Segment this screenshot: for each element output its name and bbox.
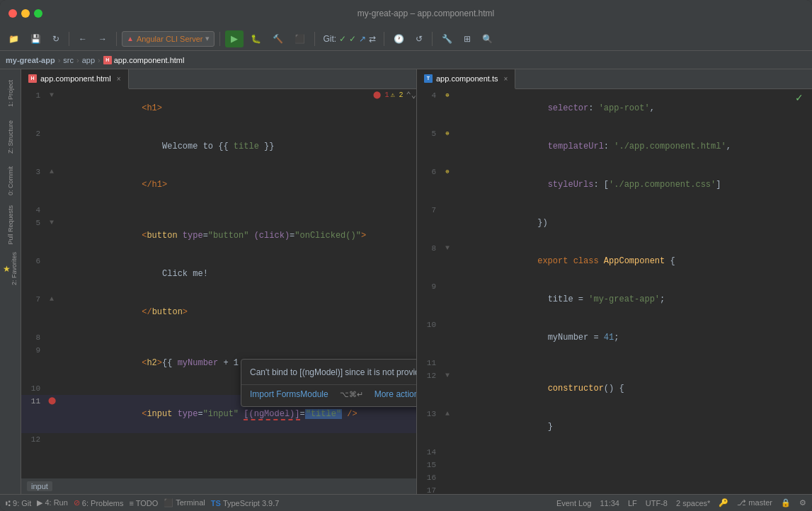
- statusbar-lf[interactable]: LF: [628, 499, 637, 507]
- sidebar-item-pullrequests[interactable]: Pull Requests: [1, 204, 21, 246]
- action1-shortcut: ⌥⌘↵: [340, 390, 363, 399]
- toolbar: 📁 💾 ↻ ← → ▲ Angular CLI Server ▾ ▶ 🐛 🔨 ⬛…: [0, 27, 812, 51]
- ts-icon: TS: [211, 499, 221, 507]
- stop-button[interactable]: ⬛: [290, 30, 309, 47]
- statusbar-typescript[interactable]: TS TypeScript 3.9.7: [211, 499, 280, 507]
- statusbar-encoding[interactable]: UTF-8: [646, 499, 668, 507]
- right-code-area[interactable]: ✓ 4 ⊕ selector: 'app-root', 5: [417, 89, 812, 494]
- error-badge-1: ⬤ 1: [373, 89, 389, 127]
- sidebar-item-project[interactable]: 1: Project: [1, 72, 21, 115]
- revert-button[interactable]: ↺: [411, 30, 427, 47]
- fold-3: ▲: [46, 166, 57, 204]
- sidebar-item-structure[interactable]: Z: Structure: [1, 116, 21, 159]
- folder-icon[interactable]: 📁: [4, 30, 23, 47]
- statusbar-problems[interactable]: ⊘ 6: Problems: [74, 498, 124, 507]
- more-actions-link[interactable]: More actions...: [374, 389, 416, 399]
- left-editor-pane: 1 ▼ <h1> ⬤ 1 ⚠ 2 ⌃⌄ 2: [21, 89, 416, 494]
- statusbar-lock[interactable]: 🔒: [781, 498, 791, 507]
- statusbar-branch[interactable]: ⎇ master: [737, 498, 772, 507]
- sidebar-item-commit[interactable]: 0: Commit: [1, 160, 21, 202]
- tab-ts[interactable]: T app.component.ts ×: [417, 69, 515, 89]
- separator4: [314, 32, 315, 46]
- line-icon-2: [46, 127, 57, 166]
- minimize-button[interactable]: [21, 9, 30, 18]
- maximize-button[interactable]: [34, 9, 42, 18]
- left-pane-bottom: input: [21, 478, 416, 494]
- split-editors: 1 ▼ <h1> ⬤ 1 ⚠ 2 ⌃⌄ 2: [21, 89, 812, 494]
- git-check1: ✓: [339, 34, 346, 44]
- breadcrumb-app[interactable]: app: [82, 56, 95, 64]
- statusbar-run[interactable]: ▶ 4: Run: [37, 498, 67, 507]
- tab-html[interactable]: H app.component.html ×: [21, 69, 129, 89]
- refresh-button[interactable]: ↻: [48, 30, 64, 47]
- titlebar: my-great-app – app.component.html: [0, 0, 812, 27]
- statusbar-git[interactable]: ⑆ 9: Git: [6, 499, 31, 507]
- error-popup: Can't bind to [(ngModel)] since it is no…: [241, 359, 416, 407]
- breadcrumb: my-great-app › src › app › H app.compone…: [0, 51, 812, 69]
- line-content-3: </h1>: [57, 166, 416, 204]
- sidebar-item-favorites[interactable]: ★ 2: Favorites: [1, 248, 21, 290]
- save-button[interactable]: 💾: [26, 30, 45, 47]
- main-window: my-great-app – app.component.html 📁 💾 ↻ …: [0, 0, 812, 511]
- git-sync: ⇄: [369, 34, 376, 44]
- statusbar-todo[interactable]: ≡ TODO: [130, 499, 159, 507]
- code-line-12: 12: [21, 433, 416, 446]
- breadcrumb-src[interactable]: src: [63, 56, 74, 64]
- collapse-arrows: ⌃⌄: [406, 89, 416, 127]
- ts-line-5: 5 ⊕ templateUrl: './app.component.html',: [417, 127, 812, 166]
- line-content-1: <h1>: [57, 89, 370, 127]
- ts-line-6-icon: ⊕: [442, 166, 453, 204]
- editor-area: H app.component.html × T app.component.t…: [21, 69, 812, 494]
- angular-server-dropdown[interactable]: ▲ Angular CLI Server ▾: [122, 31, 215, 47]
- line-content-5: <button type="button" (click)="onClicked…: [57, 217, 416, 255]
- line-num-5: 5: [21, 217, 46, 255]
- history-button[interactable]: 🕐: [389, 30, 408, 47]
- code-line-8: 8: [21, 331, 416, 344]
- run-button[interactable]: ▶: [225, 30, 244, 47]
- import-formsmodule-link[interactable]: Import FormsModule: [250, 389, 328, 399]
- back-button[interactable]: ←: [74, 30, 91, 47]
- breadcrumb-file[interactable]: H app.component.html: [103, 56, 185, 64]
- ts-line-17: 17: [417, 484, 812, 494]
- html-file-icon: H: [103, 56, 112, 64]
- error-popup-header: Can't bind to [(ngModel)] since it is no…: [241, 360, 416, 384]
- search-button[interactable]: 🔍: [478, 30, 497, 47]
- line-num-6: 6: [21, 255, 46, 293]
- error-icon: ⊘: [74, 498, 80, 507]
- git-status: Git: ✓ ✓ ↗ ⇄: [320, 34, 379, 44]
- split-button[interactable]: ⊞: [459, 30, 475, 47]
- statusbar-settings[interactable]: ⚙: [799, 498, 806, 507]
- git-check2: ✓: [349, 34, 356, 44]
- separator: [69, 32, 69, 46]
- statusbar-indent[interactable]: 2 spaces*: [676, 499, 710, 507]
- ts-fold-12: ▼: [442, 369, 453, 408]
- left-code-area[interactable]: 1 ▼ <h1> ⬤ 1 ⚠ 2 ⌃⌄ 2: [21, 89, 416, 478]
- build-button[interactable]: 🔨: [268, 30, 287, 47]
- forward-button[interactable]: →: [94, 30, 111, 47]
- ts-line-6: 6 ⊕ styleUrls: ['./app.component.css']: [417, 166, 812, 204]
- code-line-3: 3 ▲ </h1>: [21, 166, 416, 204]
- line-content-6: Click me!: [57, 255, 416, 293]
- line-num-12: 12: [21, 433, 46, 446]
- error-dot-11: ⬤: [46, 395, 57, 433]
- code-line-2: 2 Welcome to {{ title }}: [21, 127, 416, 166]
- statusbar-terminal[interactable]: ⬛ Terminal: [164, 498, 205, 507]
- settings-button[interactable]: 🔧: [438, 30, 457, 47]
- ts-line-9: 9 title = 'my-great-app';: [417, 280, 812, 318]
- debug-button[interactable]: 🐛: [246, 30, 265, 47]
- ts-line-10: 10 myNumber = 41;: [417, 318, 812, 357]
- close-button[interactable]: [8, 9, 17, 18]
- git-label: Git:: [323, 34, 336, 44]
- dropdown-arrow-icon: ▾: [205, 34, 210, 43]
- right-tabs: T app.component.ts ×: [417, 69, 812, 88]
- statusbar-keymap[interactable]: 🔑: [719, 498, 728, 507]
- sidebar-commit-label: 0: Commit: [7, 166, 14, 195]
- separator3: [219, 32, 220, 46]
- tab-html-close[interactable]: ×: [117, 75, 121, 83]
- tab-ts-close[interactable]: ×: [503, 75, 508, 83]
- ts-line-7: 7 }): [417, 204, 812, 242]
- statusbar-eventlog[interactable]: Event Log: [556, 499, 592, 507]
- sidebar-pr-label: Pull Requests: [7, 205, 14, 245]
- ts-line-15: 15: [417, 459, 812, 471]
- breadcrumb-root[interactable]: my-great-app: [6, 56, 55, 64]
